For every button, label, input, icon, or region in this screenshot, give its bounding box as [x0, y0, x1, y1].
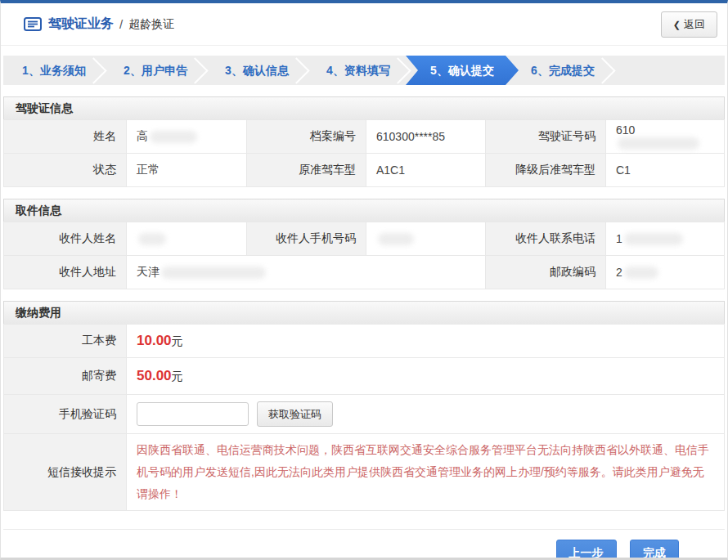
recipient-mobile-value	[366, 222, 486, 256]
previous-step-button[interactable]: 上一步	[556, 540, 617, 560]
postal-code-value: 2	[606, 256, 725, 289]
back-chevron-icon: ❮	[673, 20, 681, 29]
status-label: 状态	[4, 154, 127, 187]
table-row: 手机验证码 获取验证码	[4, 395, 725, 434]
license-number-label: 驾驶证号码	[486, 120, 606, 154]
downgraded-class-label: 降级后准驾车型	[486, 154, 606, 187]
recipient-mobile-label: 收件人手机号码	[247, 222, 366, 256]
section-fees-title: 缴纳费用	[3, 301, 725, 324]
sms-code-cell: 获取验证码	[127, 395, 725, 434]
original-class-value: A1C1	[366, 154, 486, 187]
table-row: 收件人地址 天津 邮政编码 2	[4, 256, 725, 289]
section-pickup-info-title: 取件信息	[3, 199, 725, 222]
get-sms-code-button[interactable]: 获取验证码	[257, 401, 333, 427]
license-form-icon	[24, 17, 42, 31]
sms-notice-text: 因陕西省联通、电信运营商技术问题，陕西省互联网交通安全综合服务管理平台无法向持陕…	[137, 434, 714, 510]
fees-table: 工本费 10.00元 邮寄费 50.00元 手机验证码 获取验证码 短信接收提	[3, 324, 725, 511]
finish-button[interactable]: 完成	[630, 540, 679, 560]
tab-step-6-complete[interactable]: 6、完成提交	[512, 56, 613, 85]
table-row: 状态 正常 原准驾车型 A1C1 降级后准驾车型 C1	[4, 154, 725, 187]
page-container: 驾驶证业务 / 超龄换证 ❮返回 1、业务须知 2、用户申告 3、确认信息 4、…	[0, 0, 728, 560]
redacted-recipient-address	[161, 267, 266, 279]
recipient-address-label: 收件人地址	[4, 256, 127, 289]
breadcrumb-separator: /	[119, 17, 123, 31]
production-fee-unit: 元	[172, 334, 183, 347]
downgraded-class-value: C1	[606, 154, 725, 187]
redacted-license-number	[618, 137, 699, 150]
postage-fee-unit: 元	[172, 370, 183, 383]
sms-notice-cell: 因陕西省联通、电信运营商技术问题，陕西省互联网交通安全综合服务管理平台无法向持陕…	[127, 434, 725, 511]
license-info-table: 姓名 高 档案编号 610300****85 驾驶证号码 610 状态 正常 原…	[3, 119, 725, 187]
production-fee-amount: 10.00	[137, 333, 172, 348]
redacted-recipient-mobile	[378, 233, 414, 245]
recipient-name-label: 收件人姓名	[4, 222, 127, 256]
postal-code-label: 邮政编码	[486, 256, 606, 289]
production-fee-label: 工本费	[4, 325, 127, 358]
back-button-label: 返回	[684, 18, 705, 30]
section-pickup-info: 取件信息 收件人姓名 收件人手机号码 收件人联系电话 1 收件人地址 天津 邮政…	[3, 199, 725, 289]
tab-step-1-notice[interactable]: 1、业务须知	[3, 56, 105, 85]
step-tabs-filler	[613, 56, 725, 85]
redacted-recipient-name	[138, 233, 166, 245]
file-number-label: 档案编号	[247, 120, 366, 154]
pickup-info-table: 收件人姓名 收件人手机号码 收件人联系电话 1 收件人地址 天津 邮政编码 2	[3, 222, 725, 289]
status-value: 正常	[127, 154, 247, 187]
breadcrumb-current: 超龄换证	[128, 17, 174, 32]
step-tabs: 1、业务须知 2、用户申告 3、确认信息 4、资料填写 5、确认提交 6、完成提…	[3, 56, 725, 85]
table-row: 收件人姓名 收件人手机号码 收件人联系电话 1	[4, 222, 725, 256]
tab-step-4-fill-data[interactable]: 4、资料填写	[308, 56, 409, 85]
recipient-address-value: 天津	[127, 256, 486, 289]
redacted-postal-code	[624, 267, 658, 279]
table-row: 工本费 10.00元	[4, 325, 725, 358]
back-button[interactable]: ❮返回	[661, 11, 717, 38]
section-license-info: 驾驶证信息 姓名 高 档案编号 610300****85 驾驶证号码 610 状…	[3, 96, 725, 187]
table-row: 邮寄费 50.00元	[4, 358, 725, 395]
sms-code-label: 手机验证码	[4, 395, 127, 434]
section-license-info-title: 驾驶证信息	[3, 96, 725, 119]
production-fee-value: 10.00元	[127, 325, 725, 358]
table-row: 姓名 高 档案编号 610300****85 驾驶证号码 610	[4, 120, 725, 154]
page-title: 驾驶证业务	[48, 16, 114, 33]
postage-fee-value: 50.00元	[127, 358, 725, 395]
redacted-recipient-phone	[624, 233, 683, 245]
original-class-label: 原准驾车型	[247, 154, 366, 187]
license-number-value: 610	[606, 120, 725, 154]
recipient-phone-value: 1	[606, 222, 725, 256]
tab-step-3-confirm-info[interactable]: 3、确认信息	[206, 56, 308, 85]
sms-code-input[interactable]	[137, 402, 249, 426]
name-value: 高	[127, 120, 247, 154]
section-fees: 缴纳费用 工本费 10.00元 邮寄费 50.00元 手机验证码 获取验证码	[3, 301, 725, 511]
table-row: 短信接收提示 因陕西省联通、电信运营商技术问题，陕西省互联网交通安全综合服务管理…	[4, 434, 725, 511]
postage-fee-amount: 50.00	[137, 368, 172, 383]
footer-actions: 上一步 完成	[3, 529, 725, 560]
recipient-phone-label: 收件人联系电话	[486, 222, 606, 256]
page-header: 驾驶证业务 / 超龄换证 ❮返回	[1, 3, 727, 46]
tab-step-5-confirm-submit-active[interactable]: 5、确认提交	[406, 56, 519, 85]
tab-step-2-declaration[interactable]: 2、用户申告	[105, 56, 206, 85]
file-number-value: 610300****85	[366, 120, 486, 154]
recipient-name-value	[127, 222, 247, 256]
postage-fee-label: 邮寄费	[4, 358, 127, 395]
redacted-name	[150, 131, 197, 143]
sms-notice-label: 短信接收提示	[4, 434, 127, 511]
name-label: 姓名	[4, 120, 127, 154]
